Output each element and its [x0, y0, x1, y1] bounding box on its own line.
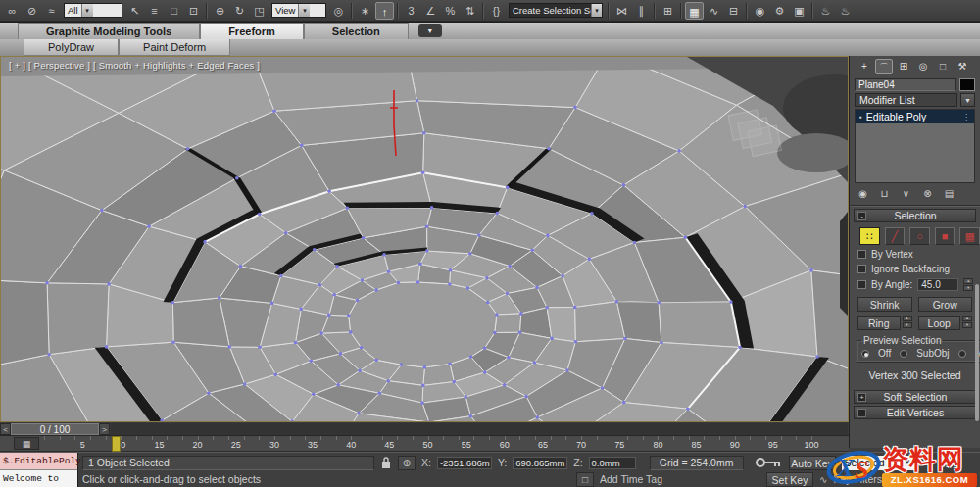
- by-angle-field[interactable]: 45.0: [917, 278, 958, 291]
- tab-freeform[interactable]: Freeform: [200, 23, 304, 39]
- ignore-backfacing-checkbox[interactable]: [858, 265, 866, 273]
- tab-selection[interactable]: Selection: [304, 23, 409, 39]
- element-mode-icon[interactable]: ▦: [959, 227, 980, 245]
- expand-icon[interactable]: +: [858, 393, 866, 402]
- select-and-manipulate-icon[interactable]: ∗: [356, 2, 374, 20]
- tab-modify[interactable]: ⌒: [875, 59, 893, 74]
- tab-hierarchy[interactable]: ⊞: [895, 59, 912, 74]
- modifier-list-dropdown[interactable]: Modifier List: [855, 93, 957, 107]
- selection-rollout-header[interactable]: - Selection: [854, 209, 976, 222]
- radio-off[interactable]: [861, 350, 869, 358]
- selection-lock-icon[interactable]: [380, 456, 392, 469]
- edge-mode-icon[interactable]: ╱: [885, 227, 906, 245]
- border-mode-icon[interactable]: ○: [909, 227, 930, 245]
- modifier-stack[interactable]: ▪ Editable Poly ⋮: [855, 109, 975, 183]
- object-name-field[interactable]: Plane04: [855, 78, 956, 91]
- unlink-selection-icon[interactable]: ⊘: [23, 2, 41, 20]
- tab-motion[interactable]: ◎: [914, 59, 932, 74]
- ribbon-minimize-icon[interactable]: ▾: [418, 24, 442, 37]
- percent-snap-icon[interactable]: %: [441, 2, 460, 20]
- chevron-down-icon[interactable]: ▾: [298, 4, 310, 17]
- use-pivot-center-icon[interactable]: ◎: [329, 2, 348, 20]
- make-unique-icon[interactable]: ∨: [899, 187, 913, 201]
- select-and-link-icon[interactable]: ∞: [3, 2, 22, 20]
- z-coordinate-field[interactable]: 0.0mm: [589, 457, 636, 469]
- mini-curve-editor-icon[interactable]: ▦: [14, 437, 39, 450]
- select-by-name-icon[interactable]: ≡: [145, 2, 164, 20]
- time-slider-track[interactable]: [111, 423, 848, 435]
- radio-subobj[interactable]: [900, 350, 907, 358]
- object-color-swatch[interactable]: [959, 78, 975, 91]
- vertex-mode-icon[interactable]: ∷: [859, 227, 880, 245]
- curve-editor-icon[interactable]: ∿: [705, 2, 723, 20]
- tab-display[interactable]: □: [934, 59, 952, 74]
- time-tag-icon[interactable]: □: [576, 472, 594, 487]
- remove-modifier-icon[interactable]: ⊗: [920, 187, 935, 201]
- render-iterative-icon[interactable]: ♨: [836, 2, 855, 20]
- tab-utilities[interactable]: ⚒: [954, 59, 971, 74]
- track-bar[interactable]: ▦ 51015202530354045505560657075808590951…: [0, 436, 849, 452]
- named-selection-sets-dropdown[interactable]: Create Selection Se▾: [509, 3, 603, 18]
- pin-stack-icon[interactable]: ◉: [856, 187, 870, 201]
- material-editor-icon[interactable]: ◉: [751, 2, 769, 20]
- y-coordinate-field[interactable]: 690.865mm: [513, 457, 567, 469]
- by-angle-spinner[interactable]: ▲▼: [963, 278, 973, 291]
- align-icon[interactable]: ∥: [632, 2, 651, 20]
- collapse-icon[interactable]: -: [858, 409, 866, 417]
- next-frame-button[interactable]: >: [99, 423, 110, 435]
- reference-coordinate-dropdown[interactable]: View▾: [271, 3, 326, 18]
- bind-to-space-warp-icon[interactable]: ≈: [42, 2, 61, 20]
- chevron-down-icon[interactable]: ▼: [960, 93, 975, 107]
- viewport-label[interactable]: [ + ] [ Perspective ] [ Smooth + Highlig…: [9, 60, 260, 71]
- render-production-icon[interactable]: ♨: [816, 2, 835, 20]
- add-time-tag[interactable]: Add Time Tag: [600, 473, 678, 485]
- angle-snap-icon[interactable]: ∠: [421, 2, 440, 20]
- absolute-mode-icon[interactable]: ⊕: [398, 456, 416, 470]
- selection-filter-dropdown[interactable]: All▾: [64, 3, 122, 18]
- radio-multi[interactable]: [958, 350, 966, 358]
- chevron-down-icon[interactable]: ▾: [591, 4, 602, 17]
- chevron-down-icon[interactable]: ▾: [81, 4, 93, 17]
- grow-button[interactable]: Grow: [918, 297, 973, 312]
- loop-button[interactable]: Loop: [918, 316, 961, 330]
- snaps-toggle-icon[interactable]: 3: [402, 2, 420, 20]
- select-and-move-icon[interactable]: ⊕: [211, 2, 229, 20]
- schematic-view-icon[interactable]: ⊟: [724, 2, 743, 20]
- render-setup-icon[interactable]: ⚙: [770, 2, 789, 20]
- ring-spinner[interactable]: ▲▼: [903, 316, 912, 328]
- loop-spinner[interactable]: ▲▼: [962, 316, 972, 328]
- subtab-polydraw[interactable]: PolyDraw: [24, 39, 119, 56]
- select-and-scale-icon[interactable]: ◳: [250, 2, 269, 20]
- stack-item-editable-poly[interactable]: ▪ Editable Poly ⋮: [856, 110, 974, 123]
- by-vertex-checkbox[interactable]: [858, 250, 866, 259]
- x-coordinate-field[interactable]: -2351.686m: [437, 457, 492, 469]
- maxscript-mini-listener[interactable]: $.EditablePoly Welcome to MAX!: [0, 453, 78, 487]
- spinner-snap-icon[interactable]: ⇅: [461, 2, 479, 20]
- rectangular-selection-icon[interactable]: □: [165, 2, 183, 20]
- edit-named-selection-sets-icon[interactable]: {}: [487, 2, 506, 20]
- collapse-icon[interactable]: -: [858, 212, 866, 220]
- graphite-ribbon-toggle-icon[interactable]: ▦: [685, 2, 704, 20]
- keyboard-override-icon[interactable]: ↑: [375, 2, 394, 20]
- show-end-result-icon[interactable]: ⊔: [877, 187, 892, 201]
- subtab-paint-deform[interactable]: Paint Deform: [119, 39, 230, 56]
- previous-frame-button[interactable]: <: [0, 423, 11, 435]
- configure-modifier-sets-icon[interactable]: ▤: [942, 187, 956, 201]
- select-object-icon[interactable]: ↖: [125, 2, 144, 20]
- time-slider-handle[interactable]: 0 / 100: [11, 423, 99, 435]
- shrink-button[interactable]: Shrink: [858, 297, 912, 312]
- polygon-mode-icon[interactable]: ■: [935, 227, 956, 245]
- panel-scrollbar[interactable]: [975, 284, 979, 421]
- mirror-icon[interactable]: ⋈: [612, 2, 631, 20]
- perspective-viewport[interactable]: [ + ] [ Perspective ] [ Smooth + Highlig…: [0, 56, 849, 422]
- tab-graphite-modeling-tools[interactable]: Graphite Modeling Tools: [18, 23, 200, 39]
- set-key-button[interactable]: Set Key: [766, 472, 813, 487]
- rendered-frame-icon[interactable]: ▣: [790, 2, 808, 20]
- ring-button[interactable]: Ring: [858, 316, 901, 330]
- layer-manager-icon[interactable]: ⊞: [659, 2, 677, 20]
- soft-selection-rollout-header[interactable]: + Soft Selection: [854, 390, 976, 404]
- select-and-rotate-icon[interactable]: ↻: [230, 2, 249, 20]
- subobject-expand-icon[interactable]: ⋮: [962, 113, 970, 122]
- edit-vertices-rollout-header[interactable]: - Edit Vertices: [854, 406, 976, 419]
- tab-create[interactable]: +: [856, 59, 873, 74]
